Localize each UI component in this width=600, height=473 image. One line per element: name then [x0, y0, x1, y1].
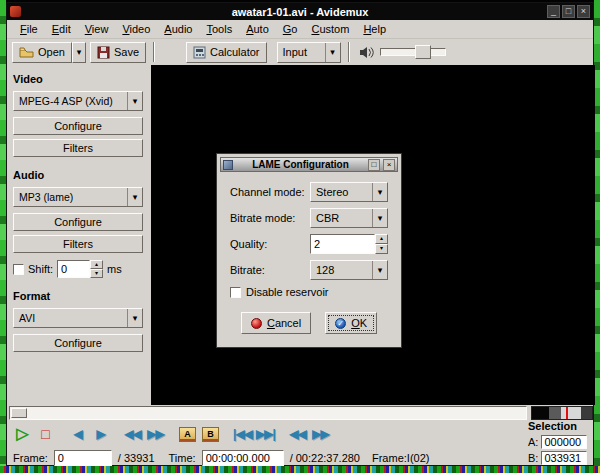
menu-auto[interactable]: Auto: [239, 21, 276, 37]
chevron-down-icon: ▾: [77, 47, 82, 57]
time-total: / 00:22:37.280: [290, 452, 360, 464]
format-configure-button[interactable]: Configure: [13, 334, 143, 352]
time-label: Time:: [169, 452, 196, 464]
goto-first-icon: |◀◀: [233, 428, 252, 440]
next-keyframe-button[interactable]: ▶▶: [144, 423, 167, 445]
marker-b-icon: B: [202, 427, 219, 442]
video-filters-button[interactable]: Filters: [13, 139, 143, 157]
chevron-down-icon: ▾: [372, 209, 387, 227]
format-select[interactable]: AVI ▾: [13, 308, 143, 328]
audio-filters-button[interactable]: Filters: [13, 235, 143, 253]
set-marker-a-button[interactable]: A: [176, 423, 199, 445]
audio-codec-select[interactable]: MP3 (lame) ▾: [13, 187, 143, 207]
seek-slider-handle[interactable]: [11, 408, 27, 418]
save-button-label: Save: [114, 46, 139, 58]
dialog-close-button[interactable]: ×: [383, 159, 395, 171]
menu-go[interactable]: Go: [276, 21, 305, 37]
next-black-frame-button[interactable]: ▶▶: [309, 423, 332, 445]
maximize-button[interactable]: □: [562, 5, 575, 18]
open-recent-arrow-button[interactable]: ▾: [72, 42, 86, 63]
cancel-button[interactable]: Cancel: [241, 312, 311, 334]
shift-checkbox[interactable]: [13, 264, 24, 275]
dialog-maximize-button[interactable]: □: [368, 159, 380, 171]
window-titlebar[interactable]: awatar1-01.avi - Avidemux _ □ ×: [7, 3, 593, 20]
disable-reservoir-checkbox[interactable]: [230, 287, 241, 298]
next-keyframe-icon: ▶▶: [147, 428, 163, 440]
audio-configure-button[interactable]: Configure: [13, 213, 143, 231]
time-input[interactable]: [202, 450, 284, 466]
chevron-down-icon: ▾: [372, 261, 387, 279]
menu-tools[interactable]: Tools: [199, 21, 239, 37]
menu-edit[interactable]: Edit: [45, 21, 78, 37]
bitrate-mode-value: CBR: [311, 212, 372, 224]
spin-down-icon[interactable]: ▾: [90, 269, 103, 278]
video-codec-select[interactable]: MPEG-4 ASP (Xvid) ▾: [13, 91, 143, 111]
mute-toggle[interactable]: [359, 46, 374, 59]
goto-first-frame-button[interactable]: |◀◀: [231, 423, 254, 445]
disable-reservoir-label: Disable reservoir: [246, 286, 329, 298]
previous-black-frame-icon: ◀◀: [289, 428, 305, 440]
next-frame-button[interactable]: ▶: [89, 423, 112, 445]
shift-spinbox: ▴ ▾: [57, 260, 103, 278]
previous-frame-button[interactable]: ◀: [66, 423, 89, 445]
calculator-button[interactable]: Calculator: [186, 42, 267, 63]
goto-last-frame-button[interactable]: ▶▶|: [254, 423, 277, 445]
channel-mode-select[interactable]: Stereo ▾: [310, 182, 388, 202]
save-button[interactable]: Save: [90, 42, 146, 63]
spin-up-icon[interactable]: ▴: [90, 260, 103, 269]
quality-value-input[interactable]: [310, 234, 375, 254]
previous-black-frame-button[interactable]: ◀◀: [286, 423, 309, 445]
chevron-down-icon: ▾: [372, 183, 387, 201]
audio-codec-value: MP3 (lame): [14, 191, 127, 203]
spin-down-icon[interactable]: ▾: [375, 244, 388, 254]
bitrate-select[interactable]: 128 ▾: [310, 260, 388, 280]
previous-frame-icon: ◀: [73, 428, 81, 440]
set-marker-b-button[interactable]: B: [199, 423, 222, 445]
bitrate-value: 128: [311, 264, 372, 276]
desktop-wallpaper-bottom: [0, 466, 600, 473]
previous-keyframe-button[interactable]: ◀◀: [121, 423, 144, 445]
menubar: File Edit View Video Audio Tools Auto Go…: [7, 20, 593, 39]
selection-a-input[interactable]: [541, 435, 587, 449]
toolbar-separator: [153, 42, 155, 62]
shift-label: Shift:: [28, 263, 53, 275]
spin-up-icon[interactable]: ▴: [375, 234, 388, 244]
calculator-icon: [193, 46, 206, 59]
frame-number-input[interactable]: [54, 450, 112, 466]
input-source-select[interactable]: Input ▾: [277, 42, 341, 63]
minimize-button[interactable]: _: [547, 5, 560, 18]
volume-slider-handle[interactable]: [415, 45, 431, 59]
video-configure-button[interactable]: Configure: [13, 117, 143, 135]
window-title: awatar1-01.avi - Avidemux: [7, 6, 593, 18]
folder-icon: [19, 46, 34, 58]
close-button[interactable]: ×: [577, 5, 590, 18]
video-section-header: Video: [13, 73, 145, 85]
bitrate-mode-label: Bitrate mode:: [230, 212, 310, 224]
menu-custom[interactable]: Custom: [304, 21, 356, 37]
shift-value-input[interactable]: [57, 260, 90, 278]
menu-view[interactable]: View: [78, 21, 116, 37]
play-button[interactable]: ▷: [11, 423, 34, 445]
dialog-titlebar[interactable]: LAME Configuration □ ×: [220, 157, 398, 172]
next-black-frame-icon: ▶▶: [312, 428, 328, 440]
selection-b-input[interactable]: [541, 451, 587, 465]
volume-slider[interactable]: [380, 48, 446, 56]
menu-video[interactable]: Video: [115, 21, 157, 37]
menu-audio[interactable]: Audio: [157, 21, 199, 37]
seek-slider[interactable]: [9, 406, 527, 420]
stop-button[interactable]: □: [34, 423, 57, 445]
frame-label: Frame:: [13, 452, 48, 464]
ok-button[interactable]: ✓ OK: [325, 312, 377, 334]
menu-file[interactable]: File: [13, 21, 45, 37]
open-button[interactable]: Open: [12, 42, 72, 63]
previous-keyframe-icon: ◀◀: [124, 428, 140, 440]
menu-help[interactable]: Help: [356, 21, 393, 37]
bitrate-mode-select[interactable]: CBR ▾: [310, 208, 388, 228]
chevron-down-icon: ▾: [127, 92, 142, 110]
shuttle-slider[interactable]: [531, 406, 593, 420]
shuttle-marker[interactable]: [566, 407, 568, 419]
shift-unit-label: ms: [107, 263, 122, 275]
chevron-down-icon: ▾: [127, 309, 142, 327]
channel-mode-value: Stereo: [311, 186, 372, 198]
avidemux-window: awatar1-01.avi - Avidemux _ □ × File Edi…: [6, 2, 594, 466]
